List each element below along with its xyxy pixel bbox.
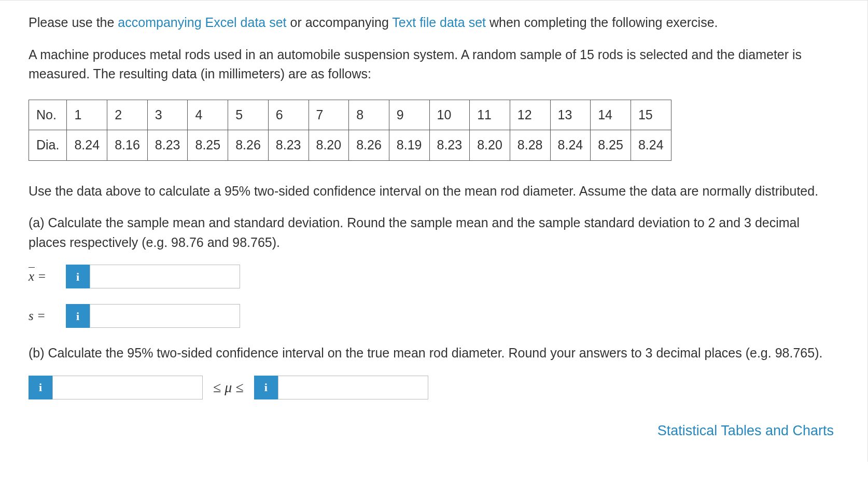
table-cell: 8.23 bbox=[147, 130, 188, 161]
table-cell: 5 bbox=[228, 100, 269, 130]
intro-text: Please use the accompanying Excel data s… bbox=[29, 13, 839, 33]
problem-description: A machine produces metal rods used in an… bbox=[29, 45, 839, 84]
row-header-dia: Dia. bbox=[29, 130, 67, 161]
info-button-s[interactable]: i bbox=[66, 304, 90, 328]
intro-post: when completing the following exercise. bbox=[486, 15, 718, 30]
table-cell: 3 bbox=[147, 100, 188, 130]
s-input[interactable] bbox=[90, 304, 240, 328]
table-cell: 9 bbox=[389, 100, 429, 130]
table-cell: 8.26 bbox=[228, 130, 269, 161]
table-cell: 8.28 bbox=[510, 130, 550, 161]
table-cell: 8.25 bbox=[188, 130, 228, 161]
info-button-ci-upper[interactable]: i bbox=[254, 376, 278, 399]
text-data-link[interactable]: Text file data set bbox=[392, 15, 486, 30]
table-cell: 8.16 bbox=[107, 130, 148, 161]
row-header-no: No. bbox=[29, 100, 67, 130]
table-cell: 8.23 bbox=[268, 130, 309, 161]
table-cell: 8.20 bbox=[470, 130, 510, 161]
table-row: No. 1 2 3 4 5 6 7 8 9 10 11 12 13 14 15 bbox=[29, 100, 671, 130]
table-cell: 13 bbox=[550, 100, 591, 130]
stat-tables-link[interactable]: Statistical Tables and Charts bbox=[29, 420, 839, 441]
table-cell: 12 bbox=[510, 100, 550, 130]
xbar-input-row: x = i bbox=[29, 265, 839, 288]
table-cell: 8.25 bbox=[591, 130, 631, 161]
table-cell: 7 bbox=[309, 100, 349, 130]
table-cell: 8.20 bbox=[309, 130, 349, 161]
xbar-label: x = bbox=[29, 267, 66, 286]
info-button-xbar[interactable]: i bbox=[66, 265, 90, 288]
table-cell: 8.26 bbox=[349, 130, 389, 161]
table-cell: 8 bbox=[349, 100, 389, 130]
table-cell: 15 bbox=[631, 100, 671, 130]
table-cell: 2 bbox=[107, 100, 148, 130]
excel-data-link[interactable]: accompanying Excel data set bbox=[118, 15, 286, 30]
table-cell: 11 bbox=[470, 100, 510, 130]
table-cell: 8.24 bbox=[631, 130, 671, 161]
part-a-text: (a) Calculate the sample mean and standa… bbox=[29, 213, 839, 252]
table-cell: 10 bbox=[429, 100, 470, 130]
table-cell: 1 bbox=[67, 100, 107, 130]
info-button-ci-lower[interactable]: i bbox=[29, 376, 52, 399]
instruction-text: Use the data above to calculate a 95% tw… bbox=[29, 182, 839, 201]
question-container: Please use the accompanying Excel data s… bbox=[0, 0, 868, 462]
ci-lower-input[interactable] bbox=[52, 376, 203, 399]
ci-mu-label: ≤ μ ≤ bbox=[203, 377, 254, 398]
table-cell: 8.24 bbox=[550, 130, 591, 161]
table-cell: 6 bbox=[268, 100, 309, 130]
table-cell: 14 bbox=[591, 100, 631, 130]
ci-input-row: i ≤ μ ≤ i bbox=[29, 376, 839, 399]
s-input-row: s = i bbox=[29, 304, 839, 328]
xbar-input[interactable] bbox=[90, 265, 240, 288]
ci-upper-input[interactable] bbox=[278, 376, 428, 399]
table-cell: 8.19 bbox=[389, 130, 429, 161]
intro-mid: or accompanying bbox=[287, 15, 393, 30]
table-row: Dia. 8.24 8.16 8.23 8.25 8.26 8.23 8.20 … bbox=[29, 130, 671, 161]
part-b-text: (b) Calculate the 95% two-sided confiden… bbox=[29, 343, 839, 363]
xbar-eq: = bbox=[34, 269, 46, 283]
table-cell: 4 bbox=[188, 100, 228, 130]
intro-pre: Please use the bbox=[29, 15, 118, 30]
table-cell: 8.23 bbox=[429, 130, 470, 161]
s-label: s = bbox=[29, 306, 66, 326]
table-cell: 8.24 bbox=[67, 130, 107, 161]
data-table: No. 1 2 3 4 5 6 7 8 9 10 11 12 13 14 15 … bbox=[29, 100, 671, 161]
